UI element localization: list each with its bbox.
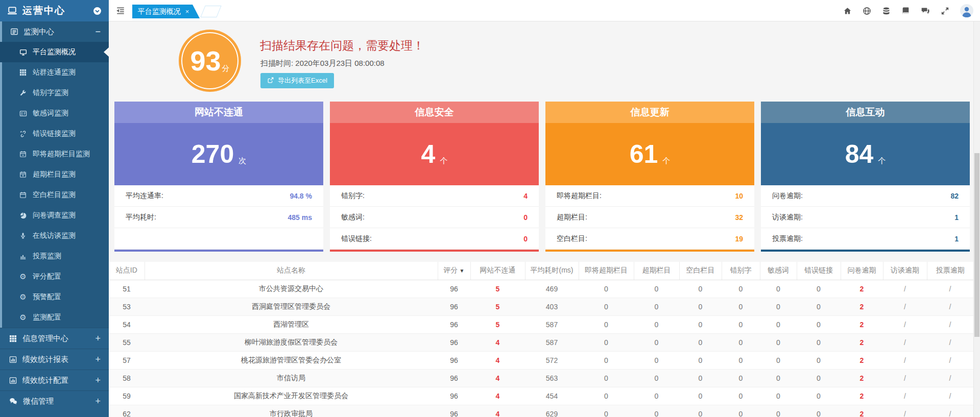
sidebar-section-wechat[interactable]: 微信管理 + (0, 390, 109, 411)
expand-plus-icon[interactable]: + (95, 375, 101, 386)
sidebar-item-typo-monitor[interactable]: 错别字监测 (0, 83, 109, 103)
detail-value: 1 (954, 213, 959, 222)
cell: 629 (525, 405, 579, 417)
table-row[interactable]: 59国家高新技术产业开发区管理委员会9644540000002// (109, 387, 973, 405)
col-sensitive[interactable]: 敏感词 (760, 262, 797, 280)
export-icon (267, 77, 274, 85)
card-value: 270 次 (114, 123, 323, 185)
sidebar-item-broken-links[interactable]: 错误链接监测 (0, 124, 109, 144)
sidebar-item-expiring-columns[interactable]: 即将超期栏目监测 (0, 144, 109, 164)
table-row[interactable]: 54西湖管理区9655870000002// (109, 315, 973, 333)
app-logo[interactable]: 运营中心 (0, 0, 109, 21)
cell: 0 (760, 280, 797, 298)
card-info-security: 信息安全 4 个 错别字: 4 敏感词: 0 错误链接: 0 (330, 102, 539, 252)
cell: 0 (722, 369, 760, 387)
sidebar-section-performance-config[interactable]: 绩效统计配置 + (0, 370, 109, 390)
col-expiring[interactable]: 即将超期栏目 (579, 262, 634, 280)
sidebar-section-header-monitor[interactable]: 监测中心 − (0, 21, 109, 42)
table-row[interactable]: 51市公共资源交易中心9654690000002// (109, 280, 973, 298)
sidebar-section-performance-reports[interactable]: 绩效统计报表 + (0, 349, 109, 370)
sidebar-item-vote-monitor[interactable]: 投票监测 (0, 246, 109, 266)
sidebar-item-blank-columns[interactable]: 空白栏目监测 (0, 185, 109, 205)
cell: 0 (579, 369, 634, 387)
cell: 587 (525, 315, 579, 333)
col-bad-links[interactable]: 错误链接 (797, 262, 841, 280)
home-icon[interactable] (843, 7, 852, 15)
comments-icon[interactable] (921, 6, 930, 15)
cell: 96 (438, 298, 470, 315)
cell: 柳叶湖旅游度假区管理委员会 (145, 333, 438, 351)
pie-chart-icon (18, 212, 28, 219)
table-row[interactable]: 62市行政审批局9646290000002// (109, 405, 973, 417)
export-excel-button[interactable]: 导出列表至Excel (260, 73, 334, 88)
sidebar: 运营中心 监测中心 − 平台监测概况 (0, 0, 109, 417)
sidebar-item-survey-monitor[interactable]: 问卷调查监测 (0, 205, 109, 226)
cell: 2 (841, 369, 883, 387)
cell: / (883, 298, 927, 315)
expand-plus-icon[interactable]: + (95, 354, 101, 365)
grid-icon (18, 69, 28, 76)
table-row[interactable]: 53西洞庭管理区管理委员会9654030000002// (109, 298, 973, 315)
sidebar-item-sensitive-words[interactable]: 敏感词监测 (0, 103, 109, 124)
cell: 0 (579, 315, 634, 333)
col-site-name[interactable]: 站点名称 (145, 262, 438, 280)
sidebar-item-platform-overview[interactable]: 平台监测概况 (0, 42, 109, 62)
cell: 0 (760, 387, 797, 405)
col-interview-overdue[interactable]: 访谈逾期 (883, 262, 927, 280)
cell: 0 (722, 351, 760, 369)
expand-plus-icon[interactable]: + (95, 333, 101, 344)
table-row[interactable]: 58市信访局9645630000002// (109, 369, 973, 387)
cell: 0 (634, 387, 679, 405)
globe-icon[interactable] (863, 7, 871, 15)
scrollbar[interactable] (973, 21, 980, 417)
score-circle: 93 分 (179, 30, 241, 92)
col-expired[interactable]: 超期栏目 (634, 262, 679, 280)
sidebar-item-interview-monitor[interactable]: 在线访谈监测 (0, 226, 109, 246)
sort-desc-icon[interactable]: ▼ (460, 268, 465, 274)
book-icon[interactable] (901, 7, 910, 15)
cell: 5 (470, 280, 525, 298)
detail-label: 投票逾期: (772, 234, 803, 243)
database-icon[interactable] (882, 7, 891, 15)
sites-table-panel: 站点ID 站点名称 评分▼ 网站不连通 平均耗时(ms) 即将超期栏目 超期栏目… (109, 262, 973, 417)
score-unit: 分 (222, 64, 230, 73)
calendar-minus-icon (18, 151, 28, 158)
col-vote-overdue[interactable]: 投票逾期 (927, 262, 973, 280)
sidebar-item-expired-columns[interactable]: 超期栏目监测 (0, 164, 109, 185)
item-label: 敏感词监测 (33, 109, 68, 118)
card-info-interaction: 信息互动 84 个 问卷逾期: 82 访谈逾期: 1 投票逾期: 1 (761, 102, 970, 252)
sidebar-toggle-icon[interactable] (116, 6, 125, 15)
expand-plus-icon[interactable]: + (95, 396, 101, 407)
user-avatar[interactable] (960, 4, 973, 17)
card-number: 84 (845, 141, 874, 167)
col-typos[interactable]: 错别字 (722, 262, 760, 280)
col-avg-time[interactable]: 平均耗时(ms) (525, 262, 579, 280)
collapse-icon[interactable]: − (95, 27, 101, 37)
wrench-icon (18, 89, 28, 96)
detail-value: 10 (735, 192, 743, 200)
cell: 0 (797, 298, 841, 315)
expand-icon[interactable] (941, 7, 949, 15)
col-site-id[interactable]: 站点ID (109, 262, 145, 280)
alert-title: 扫描结果存在问题，需要处理！ (260, 38, 424, 54)
col-blank[interactable]: 空白栏目 (679, 262, 722, 280)
table-row[interactable]: 57桃花源旅游管理区管委会办公室9645720000002// (109, 351, 973, 369)
sidebar-item-alert-config[interactable]: ⚙ 预警配置 (0, 287, 109, 307)
list-alt-icon (10, 28, 18, 36)
col-disconnect[interactable]: 网站不连通 (470, 262, 525, 280)
tab-close-icon[interactable]: × (185, 8, 189, 15)
scrollbar-thumb[interactable] (974, 153, 979, 337)
sidebar-item-cluster-connectivity[interactable]: 站群连通监测 (0, 62, 109, 83)
detail-label: 错误链接: (341, 234, 372, 243)
sidebar-item-monitor-config[interactable]: ⚙ 监测配置 (0, 307, 109, 328)
col-score[interactable]: 评分▼ (438, 262, 470, 280)
summary-cards: 网站不连通 270 次 平均连通率: 94.8 % 平均耗时: 485 ms (114, 102, 970, 252)
sidebar-item-score-config[interactable]: ⚙ 评分配置 (0, 266, 109, 287)
col-survey-overdue[interactable]: 问卷逾期 (841, 262, 883, 280)
cell: / (927, 369, 973, 387)
sidebar-section-info-management[interactable]: 信息管理中心 + (0, 328, 109, 349)
chevron-circle-down-icon[interactable] (93, 7, 102, 15)
cell: 0 (722, 315, 760, 333)
table-row[interactable]: 55柳叶湖旅游度假区管理委员会9645870000002// (109, 333, 973, 351)
tab-platform-overview[interactable]: 平台监测概况 × (132, 5, 200, 18)
